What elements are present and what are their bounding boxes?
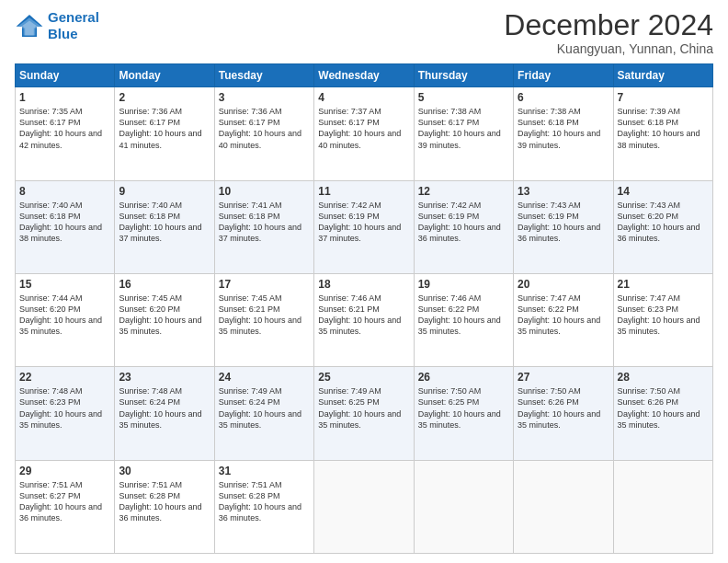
day-info: Sunrise: 7:48 AMSunset: 6:24 PMDaylight:… — [119, 385, 210, 431]
logo-line2: Blue — [48, 26, 99, 42]
table-row: 9Sunrise: 7:40 AMSunset: 6:18 PMDaylight… — [115, 180, 214, 273]
calendar-week-row: 1Sunrise: 7:35 AMSunset: 6:17 PMDaylight… — [16, 87, 713, 180]
day-number: 28 — [618, 371, 709, 384]
day-number: 8 — [19, 185, 110, 198]
day-number: 2 — [119, 91, 210, 104]
day-info: Sunrise: 7:46 AMSunset: 6:22 PMDaylight:… — [418, 293, 509, 338]
day-number: 19 — [418, 278, 509, 291]
table-row: 30Sunrise: 7:51 AMSunset: 6:28 PMDayligh… — [115, 460, 214, 553]
day-number: 27 — [518, 371, 609, 384]
table-row: 25Sunrise: 7:49 AMSunset: 6:25 PMDayligh… — [314, 367, 414, 460]
calendar-week-row: 22Sunrise: 7:48 AMSunset: 6:23 PMDayligh… — [16, 367, 713, 460]
day-number: 18 — [318, 278, 409, 291]
logo-text: General Blue — [48, 9, 99, 42]
table-row: 22Sunrise: 7:48 AMSunset: 6:23 PMDayligh… — [16, 367, 115, 460]
day-number: 25 — [318, 371, 409, 384]
day-info: Sunrise: 7:38 AMSunset: 6:17 PMDaylight:… — [418, 106, 509, 151]
table-row: 20Sunrise: 7:47 AMSunset: 6:22 PMDayligh… — [514, 273, 613, 366]
day-info: Sunrise: 7:42 AMSunset: 6:19 PMDaylight:… — [418, 200, 509, 245]
day-info: Sunrise: 7:40 AMSunset: 6:18 PMDaylight:… — [119, 200, 210, 245]
day-info: Sunrise: 7:36 AMSunset: 6:17 PMDaylight:… — [219, 106, 310, 151]
day-info: Sunrise: 7:35 AMSunset: 6:17 PMDaylight:… — [19, 106, 110, 151]
day-info: Sunrise: 7:42 AMSunset: 6:19 PMDaylight:… — [318, 200, 409, 245]
table-row: 28Sunrise: 7:50 AMSunset: 6:26 PMDayligh… — [613, 367, 712, 460]
day-number: 3 — [219, 91, 310, 104]
day-info: Sunrise: 7:38 AMSunset: 6:18 PMDaylight:… — [518, 106, 609, 151]
col-sunday: Sunday — [16, 64, 115, 87]
day-info: Sunrise: 7:45 AMSunset: 6:20 PMDaylight:… — [119, 293, 210, 338]
logo-line1: General — [48, 9, 99, 26]
table-row: 5Sunrise: 7:38 AMSunset: 6:17 PMDaylight… — [414, 87, 513, 180]
table-row: 15Sunrise: 7:44 AMSunset: 6:20 PMDayligh… — [16, 273, 115, 366]
calendar-week-row: 29Sunrise: 7:51 AMSunset: 6:27 PMDayligh… — [16, 460, 713, 553]
table-row: 27Sunrise: 7:50 AMSunset: 6:26 PMDayligh… — [514, 367, 613, 460]
table-row: 7Sunrise: 7:39 AMSunset: 6:18 PMDaylight… — [613, 87, 712, 180]
day-info: Sunrise: 7:50 AMSunset: 6:26 PMDaylight:… — [618, 385, 709, 431]
calendar-header-row: Sunday Monday Tuesday Wednesday Thursday… — [16, 64, 713, 87]
day-number: 30 — [119, 465, 210, 477]
table-row: 29Sunrise: 7:51 AMSunset: 6:27 PMDayligh… — [16, 460, 115, 553]
table-row: 2Sunrise: 7:36 AMSunset: 6:17 PMDaylight… — [115, 87, 214, 180]
table-row: 4Sunrise: 7:37 AMSunset: 6:17 PMDaylight… — [314, 87, 414, 180]
table-row: 1Sunrise: 7:35 AMSunset: 6:17 PMDaylight… — [16, 87, 115, 180]
table-row: 26Sunrise: 7:50 AMSunset: 6:25 PMDayligh… — [414, 367, 513, 460]
day-number: 7 — [618, 91, 709, 104]
location: Kuangyuan, Yunnan, China — [504, 41, 713, 56]
day-info: Sunrise: 7:50 AMSunset: 6:25 PMDaylight:… — [418, 385, 509, 431]
day-info: Sunrise: 7:49 AMSunset: 6:25 PMDaylight:… — [318, 385, 409, 431]
day-number: 12 — [418, 185, 509, 198]
table-row — [314, 460, 414, 553]
day-number: 15 — [19, 278, 110, 291]
day-info: Sunrise: 7:50 AMSunset: 6:26 PMDaylight:… — [518, 385, 609, 431]
day-number: 26 — [418, 371, 509, 384]
day-number: 24 — [219, 371, 310, 384]
day-info: Sunrise: 7:43 AMSunset: 6:20 PMDaylight:… — [618, 200, 709, 245]
day-number: 20 — [518, 278, 609, 291]
day-number: 14 — [618, 185, 709, 198]
day-info: Sunrise: 7:44 AMSunset: 6:20 PMDaylight:… — [19, 293, 110, 338]
table-row: 23Sunrise: 7:48 AMSunset: 6:24 PMDayligh… — [115, 367, 214, 460]
table-row: 3Sunrise: 7:36 AMSunset: 6:17 PMDaylight… — [214, 87, 313, 180]
day-info: Sunrise: 7:47 AMSunset: 6:22 PMDaylight:… — [518, 293, 609, 338]
day-info: Sunrise: 7:40 AMSunset: 6:18 PMDaylight:… — [19, 200, 110, 245]
day-number: 29 — [19, 465, 110, 477]
day-info: Sunrise: 7:37 AMSunset: 6:17 PMDaylight:… — [318, 106, 409, 151]
day-number: 11 — [318, 185, 409, 198]
day-number: 17 — [219, 278, 310, 291]
table-row: 16Sunrise: 7:45 AMSunset: 6:20 PMDayligh… — [115, 273, 214, 366]
day-info: Sunrise: 7:51 AMSunset: 6:27 PMDaylight:… — [19, 479, 110, 524]
col-friday: Friday — [514, 64, 613, 87]
table-row: 10Sunrise: 7:41 AMSunset: 6:18 PMDayligh… — [214, 180, 313, 273]
day-info: Sunrise: 7:45 AMSunset: 6:21 PMDaylight:… — [219, 293, 310, 338]
month-title: December 2024 — [504, 9, 713, 41]
page: General Blue December 2024 Kuangyuan, Yu… — [0, 0, 728, 563]
day-number: 21 — [618, 278, 709, 291]
logo: General Blue — [15, 9, 99, 42]
day-number: 4 — [318, 91, 409, 104]
table-row: 14Sunrise: 7:43 AMSunset: 6:20 PMDayligh… — [613, 180, 712, 273]
table-row — [514, 460, 613, 553]
table-row: 18Sunrise: 7:46 AMSunset: 6:21 PMDayligh… — [314, 273, 414, 366]
day-info: Sunrise: 7:46 AMSunset: 6:21 PMDaylight:… — [318, 293, 409, 338]
col-wednesday: Wednesday — [314, 64, 414, 87]
col-saturday: Saturday — [613, 64, 712, 87]
day-info: Sunrise: 7:51 AMSunset: 6:28 PMDaylight:… — [219, 479, 310, 524]
table-row: 6Sunrise: 7:38 AMSunset: 6:18 PMDaylight… — [514, 87, 613, 180]
table-row — [613, 460, 712, 553]
calendar-week-row: 15Sunrise: 7:44 AMSunset: 6:20 PMDayligh… — [16, 273, 713, 366]
day-info: Sunrise: 7:51 AMSunset: 6:28 PMDaylight:… — [119, 479, 210, 524]
calendar-week-row: 8Sunrise: 7:40 AMSunset: 6:18 PMDaylight… — [16, 180, 713, 273]
calendar-table: Sunday Monday Tuesday Wednesday Thursday… — [15, 63, 713, 554]
day-number: 22 — [19, 371, 110, 384]
table-row: 21Sunrise: 7:47 AMSunset: 6:23 PMDayligh… — [613, 273, 712, 366]
table-row: 31Sunrise: 7:51 AMSunset: 6:28 PMDayligh… — [214, 460, 313, 553]
day-number: 16 — [119, 278, 210, 291]
table-row: 24Sunrise: 7:49 AMSunset: 6:24 PMDayligh… — [214, 367, 313, 460]
day-number: 9 — [119, 185, 210, 198]
table-row: 11Sunrise: 7:42 AMSunset: 6:19 PMDayligh… — [314, 180, 414, 273]
title-block: December 2024 Kuangyuan, Yunnan, China — [504, 9, 713, 56]
col-monday: Monday — [115, 64, 214, 87]
day-number: 5 — [418, 91, 509, 104]
table-row: 8Sunrise: 7:40 AMSunset: 6:18 PMDaylight… — [16, 180, 115, 273]
day-number: 1 — [19, 91, 110, 104]
